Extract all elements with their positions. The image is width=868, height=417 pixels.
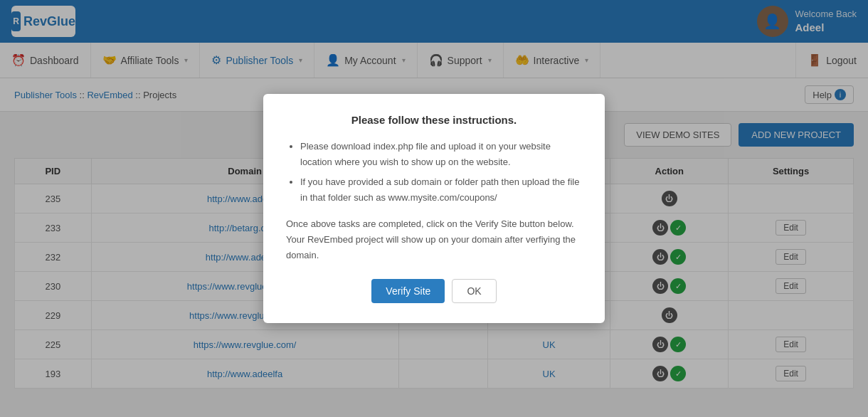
modal-body-text: Once above tasks are completed, click on… <box>286 216 582 263</box>
modal-bullet-1: Please download index.php file and uploa… <box>300 139 582 170</box>
modal-footer: Verify Site OK <box>286 279 582 303</box>
modal-bullet-2: If you have provided a sub domain or fol… <box>300 174 582 206</box>
verify-site-button[interactable]: Verify Site <box>371 279 445 303</box>
modal-list: Please download index.php file and uploa… <box>286 139 582 206</box>
ok-button[interactable]: OK <box>452 279 496 303</box>
modal-title: Please follow these instructions. <box>286 114 582 126</box>
modal-overlay: Please follow these instructions. Please… <box>0 0 868 400</box>
modal: Please follow these instructions. Please… <box>263 94 605 323</box>
modal-body: Please download index.php file and uploa… <box>286 139 582 263</box>
